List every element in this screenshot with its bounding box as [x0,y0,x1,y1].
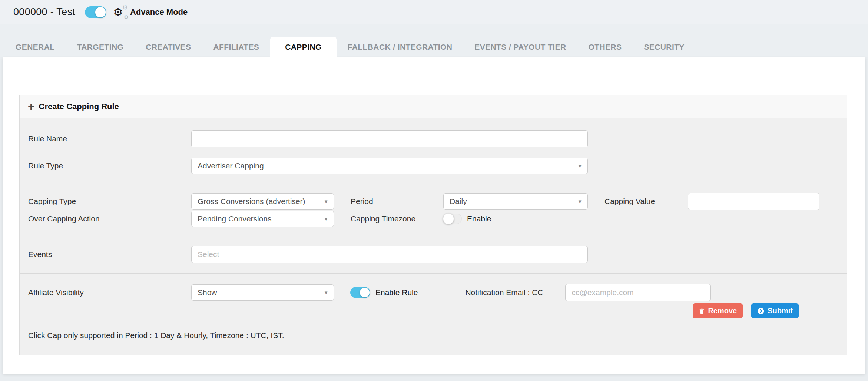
chevron-down-icon: ▼ [324,199,328,204]
over-capping-action-select[interactable]: Pending Conversions ▼ [191,211,334,227]
chevron-down-icon: ▼ [577,163,582,169]
trash-icon [699,308,705,314]
remove-button[interactable]: Remove [693,303,743,318]
submit-button-label: Submit [768,307,793,315]
content-area: + Create Capping Rule Rule Name Rule Typ… [3,57,865,374]
advance-mode-toggle[interactable] [85,6,106,18]
panel-title: Create Capping Rule [39,102,119,111]
notification-email-cc-input[interactable] [565,284,711,301]
events-select-input[interactable] [191,246,588,263]
period-select[interactable]: Daily ▼ [443,193,588,210]
rule-type-label: Rule Type [20,161,191,170]
rule-name-input[interactable] [191,130,588,147]
advance-mode-label: Advance Mode [130,7,188,17]
chevron-down-icon: ▼ [324,216,328,222]
tab-fallback-integration[interactable]: FALLBACK / INTEGRATION [337,37,464,57]
tab-general[interactable]: GENERAL [4,37,66,57]
gear-small-icon: ⚙ [122,4,128,11]
submit-button[interactable]: Submit [751,303,799,318]
affiliate-visibility-row: Affiliate Visibility Show ▼ Enable Rule … [20,273,847,301]
tab-affiliates[interactable]: AFFILIATES [202,37,270,57]
arrow-right-circle-icon [757,307,765,315]
rule-type-select[interactable]: Advertiser Capping ▼ [191,158,588,174]
toggle-knob [360,288,370,297]
capping-timezone-toggle-label: Enable [467,214,491,223]
rule-name-label: Rule Name [20,134,191,143]
affiliate-visibility-value: Show [198,288,217,297]
capping-timezone-label: Capping Timezone [334,214,443,223]
toggle-knob [95,7,106,17]
gears-icon[interactable]: ⚙ ⚙ ⚙ [113,5,129,19]
gear-icon: ⚙ [113,6,123,19]
tab-bar: GENERAL TARGETING CREATIVES AFFILIATES C… [0,24,868,57]
toggle-knob [443,213,454,224]
panel-header[interactable]: + Create Capping Rule [20,95,847,118]
rule-name-row: Rule Name [20,118,847,147]
capping-rule-panel: + Create Capping Rule Rule Name Rule Typ… [19,95,847,355]
panel-body: Rule Name Rule Type Advertiser Capping ▼… [20,118,847,355]
capping-type-label: Capping Type [20,197,191,206]
affiliate-visibility-select[interactable]: Show ▼ [191,284,334,301]
rule-type-row: Rule Type Advertiser Capping ▼ [20,158,847,174]
period-label: Period [334,197,443,206]
capping-type-select[interactable]: Gross Conversions (advertiser) ▼ [191,193,334,210]
over-capping-action-value: Pending Conversions [198,214,272,223]
button-row: Remove Submit [20,303,847,318]
tab-creatives[interactable]: CREATIVES [135,37,202,57]
capping-value-label: Capping Value [588,197,688,206]
remove-button-label: Remove [708,307,737,315]
tab-capping[interactable]: CAPPING [270,37,336,57]
capping-timezone-toggle-group: Enable [443,214,588,224]
enable-rule-toggle[interactable] [350,287,370,298]
over-capping-action-label: Over Capping Action [20,214,191,223]
events-section: Events [20,237,847,263]
tab-others[interactable]: OTHERS [577,37,633,57]
tab-targeting[interactable]: TARGETING [66,37,135,57]
gear-small-icon-2: ⚙ [124,14,129,20]
period-value: Daily [450,197,467,206]
plus-icon: + [28,102,34,111]
capping-type-value: Gross Conversions (advertiser) [198,197,305,206]
tab-security[interactable]: SECURITY [633,37,695,57]
chevron-down-icon: ▼ [577,199,582,204]
capping-value-input[interactable] [688,193,819,210]
capping-note: Click Cap only supported in Period : 1 D… [20,331,847,340]
events-row: Events [20,246,847,263]
over-capping-row: Over Capping Action Pending Conversions … [20,211,847,227]
events-label: Events [20,250,191,259]
rule-type-value: Advertiser Capping [198,161,264,170]
capping-type-row: Capping Type Gross Conversions (advertis… [20,193,847,210]
capping-section: Capping Type Gross Conversions (advertis… [20,184,847,227]
notification-email-cc-label: Notification Email : CC [465,288,543,297]
enable-rule-toggle-label: Enable Rule [375,288,418,297]
page-header: 000000 - Test ⚙ ⚙ ⚙ Advance Mode [0,0,868,24]
affiliate-visibility-label: Affiliate Visibility [20,288,191,297]
capping-timezone-toggle[interactable] [443,214,462,224]
tab-events-payout-tier[interactable]: EVENTS / PAYOUT TIER [463,37,577,57]
page-title: 000000 - Test [13,6,75,18]
enable-rule-toggle-group: Enable Rule [350,287,418,298]
chevron-down-icon: ▼ [324,290,328,295]
